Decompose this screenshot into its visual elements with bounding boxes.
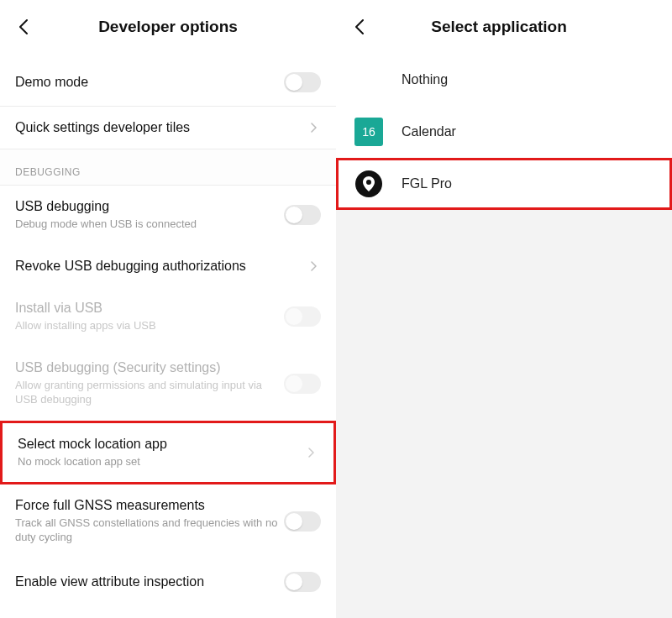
row-subtitle: Allow granting permissions and simulatin…: [15, 379, 284, 407]
app-label: FGL Pro: [402, 176, 452, 191]
header: Select application: [336, 0, 672, 54]
toggle-switch[interactable]: [284, 572, 321, 592]
toggle-switch[interactable]: [284, 205, 321, 225]
enable-view-attribute-row[interactable]: Enable view attribute inspection: [0, 558, 336, 605]
row-title: USB debugging: [15, 199, 284, 214]
usb-debugging-security-row: USB debugging (Security settings) Allow …: [0, 347, 336, 421]
row-title: Quick settings developer tiles: [15, 120, 306, 135]
chevron-right-icon: [306, 123, 321, 133]
install-via-usb-row: Install via USB Allow installing apps vi…: [0, 287, 336, 347]
calendar-icon: 16: [354, 118, 383, 146]
quick-settings-tiles-row[interactable]: Quick settings developer tiles: [0, 107, 336, 149]
select-debug-app-row[interactable]: Select debug app: [0, 605, 336, 618]
revoke-usb-auth-row[interactable]: Revoke USB debugging authorizations: [0, 245, 336, 287]
row-subtitle: Track all GNSS constellations and freque…: [15, 516, 284, 545]
row-title: Revoke USB debugging authorizations: [15, 259, 306, 274]
row-title: Force full GNSS measurements: [15, 498, 284, 513]
chevron-right-icon: [303, 448, 318, 458]
row-title: Enable view attribute inspection: [15, 574, 284, 589]
chevron-right-icon: [306, 261, 321, 271]
section-header-debugging: DEBUGGING: [0, 149, 336, 186]
toggle-switch: [284, 306, 321, 327]
row-subtitle: Allow installing apps via USB: [15, 319, 284, 333]
demo-mode-row[interactable]: Demo mode: [0, 59, 336, 106]
empty-icon: [354, 65, 383, 94]
fgl-pro-icon: [354, 170, 383, 198]
row-subtitle: No mock location app set: [18, 455, 303, 469]
row-subtitle: Debug mode when USB is connected: [15, 217, 284, 232]
developer-options-screen: Developer options Demo mode Quick settin…: [0, 0, 336, 618]
toggle-switch[interactable]: [284, 511, 321, 532]
select-application-screen: Select application Nothing 16 Calendar: [336, 0, 672, 618]
header: Developer options: [0, 0, 336, 54]
row-title: Install via USB: [15, 301, 284, 316]
app-item-calendar[interactable]: 16 Calendar: [336, 106, 672, 158]
app-item-fgl-pro[interactable]: FGL Pro: [336, 158, 672, 210]
toggle-switch[interactable]: [284, 72, 321, 92]
row-title: Select mock location app: [18, 437, 303, 452]
app-item-nothing[interactable]: Nothing: [336, 54, 672, 106]
back-icon[interactable]: [13, 17, 34, 37]
select-mock-location-row[interactable]: Select mock location app No mock locatio…: [0, 421, 336, 485]
usb-debugging-row[interactable]: USB debugging Debug mode when USB is con…: [0, 186, 336, 245]
toggle-switch: [284, 374, 321, 394]
app-label: Calendar: [402, 124, 456, 139]
app-label: Nothing: [402, 72, 448, 87]
force-gnss-row[interactable]: Force full GNSS measurements Track all G…: [0, 484, 336, 558]
page-title: Select application: [339, 18, 659, 36]
row-title: USB debugging (Security settings): [15, 360, 284, 375]
page-title: Developer options: [34, 18, 302, 36]
row-title: Demo mode: [15, 75, 284, 90]
